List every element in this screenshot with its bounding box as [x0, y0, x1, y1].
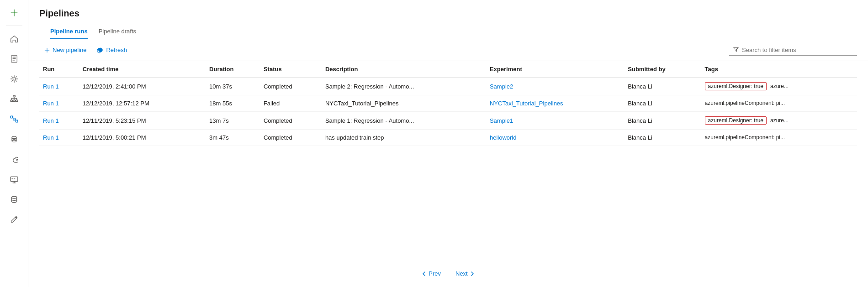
- tab-pipeline-runs[interactable]: Pipeline runs: [50, 24, 88, 39]
- duration-cell: 10m 37s: [206, 78, 260, 95]
- run-link[interactable]: Run 1: [43, 83, 59, 90]
- chevron-left-icon: [421, 271, 427, 277]
- svg-rect-1: [13, 95, 15, 97]
- description-cell: Sample 1: Regression - Automo...: [322, 112, 486, 130]
- tag-badge: azureml.Designer: true: [705, 116, 767, 125]
- prev-button[interactable]: Prev: [416, 267, 446, 280]
- experiment-link[interactable]: Sample1: [490, 117, 513, 124]
- status-cell: Completed: [260, 130, 322, 146]
- submitted-by-cell: Blanca Li: [624, 130, 701, 146]
- refresh-button[interactable]: Refresh: [93, 44, 132, 56]
- description-cell: Sample 2: Regression - Automo...: [322, 78, 486, 95]
- tag-text: azure...: [770, 83, 789, 89]
- table-row: Run 112/11/2019, 5:00:21 PM3m 47sComplet…: [39, 130, 857, 146]
- tag-text: azureml.pipelineComponent: pi...: [705, 134, 785, 141]
- pagination: Prev Next: [28, 260, 868, 287]
- status-cell: Failed: [260, 95, 322, 112]
- experiment-link[interactable]: Sample2: [490, 83, 513, 90]
- status-cell: Completed: [260, 112, 322, 130]
- pipeline-runs-table: Run Created time Duration Status Descrip…: [39, 61, 857, 146]
- svg-point-0: [13, 78, 16, 80]
- sidebar-item-pipeline[interactable]: [5, 110, 23, 128]
- page-title: Pipelines: [39, 8, 857, 19]
- tag-badge: azureml.Designer: true: [705, 82, 767, 90]
- col-header-description: Description: [322, 61, 486, 78]
- svg-rect-6: [13, 118, 15, 120]
- sidebar-item-database[interactable]: [5, 190, 23, 209]
- svg-rect-2: [11, 100, 13, 101]
- duration-cell: 13m 7s: [206, 112, 260, 130]
- created-time-cell: 12/11/2019, 5:00:21 PM: [79, 130, 206, 146]
- tags-cell: azureml.Designer: trueazure...: [701, 112, 857, 129]
- svg-rect-4: [16, 100, 18, 101]
- created-time-cell: 12/12/2019, 2:41:00 PM: [79, 78, 206, 95]
- experiment-link[interactable]: NYCTaxi_Tutorial_Pipelines: [490, 100, 563, 107]
- col-header-run: Run: [39, 61, 79, 78]
- col-header-submitted-by: Submitted by: [624, 61, 701, 78]
- refresh-icon: [97, 47, 104, 53]
- svg-rect-5: [11, 116, 13, 118]
- table-row: Run 112/12/2019, 2:41:00 PM10m 37sComple…: [39, 78, 857, 95]
- svg-rect-10: [13, 178, 15, 179]
- created-time-cell: 12/12/2019, 12:57:12 PM: [79, 95, 206, 112]
- table-row: Run 112/11/2019, 5:23:15 PM13m 7sComplet…: [39, 112, 857, 130]
- sidebar-item-notebook[interactable]: [5, 50, 23, 68]
- tabs-container: Pipeline runs Pipeline drafts: [39, 24, 857, 39]
- submitted-by-cell: Blanca Li: [624, 112, 701, 130]
- svg-rect-3: [13, 100, 15, 101]
- run-link[interactable]: Run 1: [43, 100, 59, 107]
- run-link[interactable]: Run 1: [43, 117, 59, 124]
- add-button[interactable]: [5, 4, 23, 22]
- submitted-by-cell: Blanca Li: [624, 78, 701, 95]
- sidebar-item-hierarchy[interactable]: [5, 90, 23, 108]
- sidebar-item-edit[interactable]: [5, 210, 23, 229]
- svg-rect-7: [16, 120, 18, 122]
- search-input[interactable]: [742, 47, 852, 53]
- experiment-link[interactable]: helloworld: [490, 134, 517, 141]
- sidebar-item-home[interactable]: [5, 30, 23, 48]
- page-header: Pipelines Pipeline runs Pipeline drafts: [28, 0, 868, 39]
- svg-point-11: [11, 196, 16, 198]
- new-pipeline-button[interactable]: New pipeline: [39, 44, 91, 56]
- status-cell: Completed: [260, 78, 322, 95]
- col-header-tags: Tags: [701, 61, 857, 78]
- plus-icon: [44, 47, 50, 53]
- description-cell: NYCTaxi_Tutorial_Pipelines: [322, 95, 486, 112]
- sidebar-item-data[interactable]: [5, 130, 23, 148]
- created-time-cell: 12/11/2019, 5:23:15 PM: [79, 112, 206, 130]
- sidebar-divider: [6, 26, 22, 26]
- tag-text: azure...: [770, 117, 789, 124]
- toolbar: New pipeline Refresh: [28, 39, 868, 61]
- svg-rect-9: [11, 178, 13, 179]
- sidebar-item-cloud[interactable]: [5, 150, 23, 168]
- tags-cell: azureml.Designer: trueazure...: [701, 78, 857, 95]
- next-button[interactable]: Next: [450, 267, 481, 280]
- filter-icon: [733, 47, 739, 53]
- sidebar-item-compute[interactable]: [5, 170, 23, 188]
- tags-cell: azureml.pipelineComponent: pi...: [701, 130, 857, 145]
- table-row: Run 112/12/2019, 12:57:12 PM18m 55sFaile…: [39, 95, 857, 112]
- duration-cell: 3m 47s: [206, 130, 260, 146]
- tab-pipeline-drafts[interactable]: Pipeline drafts: [99, 24, 136, 39]
- search-box[interactable]: [729, 45, 857, 56]
- col-header-created-time: Created time: [79, 61, 206, 78]
- submitted-by-cell: Blanca Li: [624, 95, 701, 112]
- tags-cell: azureml.pipelineComponent: pi...: [701, 95, 857, 111]
- table-container: Run Created time Duration Status Descrip…: [28, 61, 868, 260]
- chevron-right-icon: [470, 271, 475, 277]
- tag-text: azureml.pipelineComponent: pi...: [705, 100, 785, 106]
- sidebar-item-ml[interactable]: [5, 70, 23, 88]
- run-link[interactable]: Run 1: [43, 134, 59, 141]
- col-header-status: Status: [260, 61, 322, 78]
- description-cell: has updated train step: [322, 130, 486, 146]
- col-header-duration: Duration: [206, 61, 260, 78]
- duration-cell: 18m 55s: [206, 95, 260, 112]
- main-content: Pipelines Pipeline runs Pipeline drafts …: [28, 0, 868, 287]
- sidebar: [0, 0, 28, 287]
- col-header-experiment: Experiment: [486, 61, 624, 78]
